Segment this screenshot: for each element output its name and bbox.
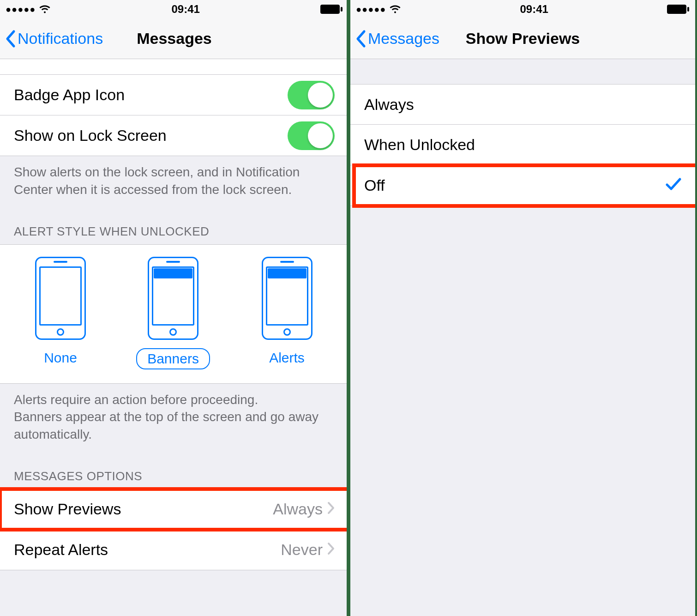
alert-style-label: Banners: [136, 348, 210, 369]
section-header-messages-options: MESSAGES OPTIONS: [0, 456, 348, 489]
option-always[interactable]: Always: [350, 84, 695, 125]
alert-style-alerts[interactable]: Alerts: [259, 257, 315, 369]
chevron-left-icon: [5, 30, 16, 48]
signal-dots-icon: ●●●●●: [356, 4, 386, 15]
alert-style-footer-text: Alerts require an action before proceedi…: [0, 384, 348, 456]
wifi-icon: [38, 5, 51, 14]
lockscreen-footer-text: Show alerts on the lock screen, and in N…: [0, 156, 348, 211]
alert-style-label: Alerts: [259, 348, 315, 368]
back-button[interactable]: Messages: [350, 30, 439, 48]
chevron-right-icon: [327, 500, 335, 518]
nav-bar: Notifications Messages: [0, 18, 348, 59]
back-label: Messages: [368, 30, 439, 48]
left-screen: ●●●●● 09:41 Notifications Messages Sound…: [0, 0, 348, 616]
phone-outline-icon: [262, 257, 312, 340]
battery-icon: [320, 4, 343, 14]
back-button[interactable]: Notifications: [0, 30, 103, 48]
phone-outline-icon: [148, 257, 198, 340]
status-bar: ●●●●● 09:41: [350, 0, 695, 18]
row-sounds[interactable]: Sounds Note: [0, 59, 348, 75]
row-show-on-lock-screen[interactable]: Show on Lock Screen: [0, 115, 348, 156]
toggle-lockscreen[interactable]: [288, 121, 335, 150]
status-time: 09:41: [172, 3, 200, 16]
alert-style-none[interactable]: None: [34, 257, 87, 369]
svg-rect-0: [320, 5, 340, 14]
toggle-badge[interactable]: [288, 81, 335, 109]
checkmark-icon: [666, 176, 681, 194]
back-label: Notifications: [18, 30, 103, 48]
row-repeat-alerts[interactable]: Repeat Alerts Never: [0, 530, 348, 570]
row-value: Always: [273, 500, 323, 518]
battery-icon: [667, 4, 690, 14]
row-label: Repeat Alerts: [14, 541, 281, 559]
phone-outline-icon: [35, 257, 86, 340]
svg-rect-1: [341, 7, 342, 12]
status-bar: ●●●●● 09:41: [0, 0, 348, 18]
option-off[interactable]: Off: [350, 165, 695, 206]
row-show-previews[interactable]: Show Previews Always: [0, 489, 348, 530]
row-label: Show Previews: [14, 500, 273, 518]
option-label: Off: [364, 176, 666, 194]
wifi-icon: [389, 5, 402, 14]
chevron-right-icon: [327, 541, 335, 559]
alert-style-picker: None Banners Alerts: [0, 244, 348, 384]
signal-dots-icon: ●●●●●: [6, 4, 36, 15]
section-header-alert-style: ALERT STYLE WHEN UNLOCKED: [0, 211, 348, 244]
svg-rect-2: [667, 5, 686, 14]
row-badge-app-icon[interactable]: Badge App Icon: [0, 75, 348, 115]
option-label: When Unlocked: [364, 136, 681, 154]
chevron-left-icon: [355, 30, 366, 48]
svg-rect-3: [687, 7, 689, 12]
alert-style-banners[interactable]: Banners: [136, 257, 210, 369]
nav-bar: Messages Show Previews: [350, 18, 695, 59]
option-when-unlocked[interactable]: When Unlocked: [350, 125, 695, 165]
status-time: 09:41: [520, 3, 548, 16]
alert-style-label: None: [34, 348, 87, 368]
row-value: Never: [281, 541, 323, 559]
right-screen: ●●●●● 09:41 Messages Show Previews Alway…: [347, 0, 695, 616]
option-label: Always: [364, 96, 681, 114]
row-label: Show on Lock Screen: [14, 127, 288, 145]
row-label: Badge App Icon: [14, 86, 288, 104]
